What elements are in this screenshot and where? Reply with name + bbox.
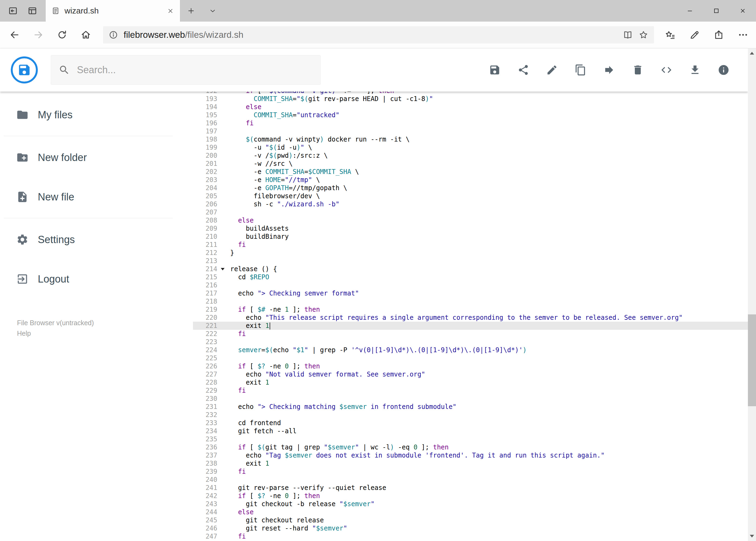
code-line[interactable]: 227 echo "Not valid semver format. See s…: [193, 370, 748, 378]
minimize-icon[interactable]: [677, 0, 703, 22]
code-line[interactable]: 201 -w //src \: [193, 160, 748, 168]
code-line[interactable]: 217 echo "> Checking semver format": [193, 289, 748, 297]
code-line[interactable]: 247 fi: [193, 532, 748, 540]
share-icon[interactable]: [517, 64, 529, 76]
filebrowser-logo[interactable]: [11, 56, 38, 84]
code-icon[interactable]: [660, 64, 672, 76]
hub-favorites-icon[interactable]: [665, 29, 675, 40]
edit-icon[interactable]: [546, 64, 558, 76]
code-line[interactable]: 241 git rev-parse --verify --quiet relea…: [193, 484, 748, 492]
site-info-icon[interactable]: [109, 30, 118, 40]
code-line[interactable]: 240: [193, 476, 748, 484]
tab-list-chevron-icon[interactable]: [202, 0, 223, 22]
scroll-up-icon[interactable]: [748, 48, 756, 58]
code-line[interactable]: 211 fi: [193, 241, 748, 249]
sidebar-item-new-folder[interactable]: New folder: [0, 139, 193, 176]
sidebar-item-new-file[interactable]: New file: [0, 178, 193, 216]
refresh-icon[interactable]: [57, 29, 68, 40]
code-line[interactable]: 220 echo "This release script requires a…: [193, 313, 748, 322]
code-line[interactable]: 233 cd frontend: [193, 419, 748, 427]
code-line[interactable]: 226 if [ $? -ne 0 ]; then: [193, 362, 748, 370]
search-box[interactable]: [51, 55, 321, 85]
fold-arrow-icon[interactable]: [220, 265, 227, 273]
address-bar[interactable]: filebrowser.web/files/wizard.sh: [103, 26, 654, 44]
code-line[interactable]: 195 COMMIT_SHA="untracked": [193, 111, 748, 119]
code-line[interactable]: 207: [193, 208, 748, 216]
code-line[interactable]: 224 semver=$(echo "$1" | grep -P '^v(0|[…: [193, 346, 748, 354]
code-line[interactable]: 244 else: [193, 508, 748, 516]
code-line[interactable]: 192 if [ "$(command -v git)" != "" ]; th…: [193, 92, 748, 95]
code-line[interactable]: 238 exit 1: [193, 459, 748, 467]
code-line[interactable]: 235: [193, 435, 748, 443]
code-line[interactable]: 210 buildBinary: [193, 233, 748, 241]
url-text[interactable]: filebrowser.web/files/wizard.sh: [124, 30, 617, 40]
code-line[interactable]: 212}: [193, 249, 748, 257]
code-line[interactable]: 230: [193, 395, 748, 403]
code-line[interactable]: 200 -v /$(pwd):/src:z \: [193, 152, 748, 160]
code-line[interactable]: 243 git checkout -b release "$semver": [193, 500, 748, 508]
code-line[interactable]: 213: [193, 257, 748, 265]
code-line[interactable]: 223: [193, 338, 748, 346]
code-line[interactable]: 209 buildAssets: [193, 225, 748, 233]
code-line[interactable]: 198 $(command -v winpty) docker run --rm…: [193, 135, 748, 144]
code-line[interactable]: 237 echo "Tag $semver does not exist in …: [193, 451, 748, 459]
back-icon[interactable]: [9, 29, 20, 40]
browser-tab[interactable]: wizard.sh: [45, 0, 180, 22]
save-icon[interactable]: [489, 64, 501, 76]
code-line[interactable]: 203 -e HOME="//tmp" \: [193, 176, 748, 184]
code-line[interactable]: 225: [193, 354, 748, 362]
code-line[interactable]: 236 if [ $(git tag | grep "$semver" | wc…: [193, 443, 748, 451]
code-line[interactable]: 239 fi: [193, 467, 748, 476]
maximize-icon[interactable]: [703, 0, 730, 22]
help-link[interactable]: Help: [17, 328, 94, 339]
code-line[interactable]: 229 fi: [193, 386, 748, 395]
sidebar-item-logout[interactable]: Logout: [0, 260, 193, 298]
home-icon[interactable]: [81, 29, 91, 40]
copy-icon[interactable]: [575, 64, 587, 76]
code-line[interactable]: 228 exit 1: [193, 378, 748, 386]
code-line[interactable]: 199 -u "$(id -u)" \: [193, 144, 748, 152]
code-line[interactable]: 208 else: [193, 216, 748, 225]
reading-view-icon[interactable]: [623, 30, 633, 40]
more-options-icon[interactable]: [738, 29, 748, 40]
code-line[interactable]: 202 -e COMMIT_SHA=$COMMIT_SHA \: [193, 168, 748, 176]
download-icon[interactable]: [689, 64, 701, 76]
share-page-icon[interactable]: [713, 29, 724, 40]
code-line[interactable]: 245 git checkout release: [193, 516, 748, 524]
close-tab-icon[interactable]: [167, 7, 174, 15]
code-editor[interactable]: 192 if [ "$(command -v git)" != "" ]; th…: [193, 92, 748, 541]
code-line[interactable]: 193 COMMIT_SHA="$(git rev-parse HEAD | c…: [193, 95, 748, 103]
code-line[interactable]: 204 -e GOPATH=//tmp/gopath \: [193, 184, 748, 192]
tabs-preview-icon[interactable]: [27, 6, 38, 16]
code-line[interactable]: 194 else: [193, 103, 748, 111]
search-input[interactable]: [76, 64, 313, 76]
forward-icon[interactable]: [33, 29, 44, 40]
code-line[interactable]: 219 if [ $# -ne 1 ]; then: [193, 305, 748, 313]
code-line[interactable]: 246 git reset --hard "$semver": [193, 524, 748, 532]
code-line[interactable]: 196 fi: [193, 119, 748, 127]
close-window-icon[interactable]: [730, 0, 756, 22]
code-line[interactable]: 221 exit 1: [193, 322, 748, 330]
set-tabs-aside-icon[interactable]: [8, 6, 18, 16]
sidebar-item-settings[interactable]: Settings: [0, 221, 193, 259]
code-line[interactable]: 234 git fetch --all: [193, 427, 748, 435]
sidebar-item-my-files[interactable]: My files: [0, 96, 193, 134]
scroll-down-icon[interactable]: [748, 531, 756, 541]
code-line[interactable]: 222 fi: [193, 330, 748, 338]
scrollbar-thumb[interactable]: [748, 314, 756, 406]
delete-icon[interactable]: [632, 64, 644, 76]
code-line[interactable]: 216: [193, 281, 748, 289]
code-line[interactable]: 214release () {: [193, 265, 748, 273]
code-line[interactable]: 197: [193, 127, 748, 135]
vertical-scrollbar[interactable]: [748, 48, 756, 541]
code-line[interactable]: 232: [193, 411, 748, 419]
code-line[interactable]: 206 sh -c "./wizard.sh -b": [193, 200, 748, 208]
favorite-star-icon[interactable]: [638, 30, 648, 40]
code-line[interactable]: 215 cd $REPO: [193, 273, 748, 281]
code-line[interactable]: 231 echo "> Checking matching $semver in…: [193, 403, 748, 411]
info-icon[interactable]: [718, 64, 730, 76]
code-line[interactable]: 205 filebrowser/dev \: [193, 192, 748, 200]
web-note-pen-icon[interactable]: [689, 29, 700, 40]
code-line[interactable]: 218: [193, 297, 748, 305]
move-icon[interactable]: [603, 64, 615, 76]
